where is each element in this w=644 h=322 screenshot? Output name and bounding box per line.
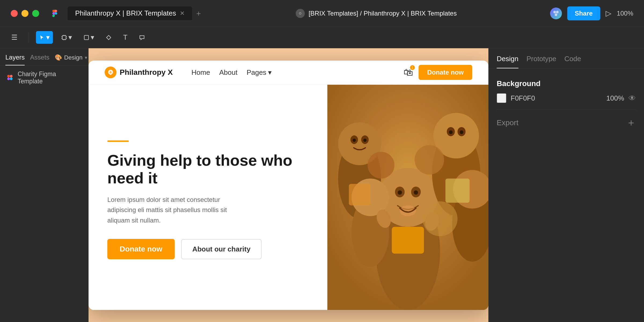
text-tool[interactable]: T	[120, 31, 131, 44]
tab-bar: Philanthropy X | BRIX Templates ✕ ＋	[68, 6, 202, 20]
assets-tab[interactable]: Assets	[30, 54, 49, 65]
svg-point-13	[7, 75, 10, 77]
hero-photo-svg	[327, 85, 488, 310]
pages-chevron: ▾	[268, 68, 272, 77]
cart-container: 🛍 1	[404, 67, 413, 78]
right-panel: Design Prototype Code Background F0F0F0 …	[488, 48, 644, 322]
topbar-right: Share ▷ 100%	[550, 6, 633, 20]
svg-point-14	[10, 75, 13, 77]
left-panel: Layers Assets 🎨 Design ▾ Charity Figma T…	[0, 48, 89, 322]
design-canvas: Philanthropy X Home About Pages ▾ 🛍 1 Do…	[89, 61, 488, 310]
charity-hero-button[interactable]: About our charity	[181, 239, 262, 259]
user-avatar-icon: ○	[296, 9, 305, 18]
svg-rect-50	[327, 85, 488, 310]
layer-item-charity[interactable]: Charity Figma Template	[0, 66, 88, 90]
close-button[interactable]	[11, 10, 18, 17]
svg-point-16	[10, 77, 13, 80]
nav-about[interactable]: About	[219, 68, 237, 77]
figma-layers-icon	[6, 74, 14, 82]
export-add-button[interactable]: ＋	[626, 116, 636, 129]
right-panel-content: Background F0F0F0 100% 👁 Export ＋	[489, 69, 644, 137]
menu-button[interactable]: ☰	[8, 31, 21, 44]
breadcrumb-user: [BRIX Templates]	[309, 10, 358, 17]
pen-tool[interactable]	[103, 33, 115, 42]
cart-badge: 1	[410, 65, 415, 70]
canvas-area[interactable]: Philanthropy X Home About Pages ▾ 🛍 1 Do…	[89, 48, 488, 322]
background-color-row: F0F0F0 100% 👁	[497, 93, 636, 103]
play-button[interactable]: ▷	[606, 9, 612, 18]
shape-tool[interactable]: ▾	[80, 31, 97, 44]
breadcrumb-center: ○ [BRIX Templates] / Philanthropy X | BR…	[208, 9, 545, 18]
traffic-lights	[11, 10, 39, 17]
background-opacity-value[interactable]: 100%	[606, 94, 624, 102]
site-hero: Giving help to those who need it Lorem i…	[89, 85, 488, 310]
logo-text: Philanthropy X	[120, 68, 173, 77]
svg-point-2	[555, 13, 557, 16]
background-color-swatch[interactable]	[497, 93, 506, 103]
prototype-tab[interactable]: Prototype	[526, 55, 556, 68]
design-tab[interactable]: Design	[497, 55, 518, 68]
tab-close-icon[interactable]: ✕	[180, 10, 185, 17]
nav-right: 🛍 1 Donate now	[404, 65, 472, 80]
svg-point-0	[553, 11, 556, 13]
design-label: Design	[64, 54, 82, 61]
design-chevron: ▾	[85, 55, 87, 61]
minimize-button[interactable]	[21, 10, 28, 17]
export-label: Export	[497, 119, 518, 127]
shape-chevron: ▾	[91, 33, 94, 42]
select-tool[interactable]: ▾	[36, 31, 53, 44]
breadcrumb: [BRIX Templates] / Philanthropy X | BRIX…	[309, 10, 457, 17]
hero-subtitle: Lorem ipsum dolor sit amet consectetur a…	[107, 195, 247, 225]
collaborator-avatar	[550, 8, 562, 19]
site-nav: Philanthropy X Home About Pages ▾ 🛍 1 Do…	[89, 61, 488, 85]
main-layout: Layers Assets 🎨 Design ▾ Charity Figma T…	[0, 48, 644, 322]
site-logo: Philanthropy X	[105, 66, 173, 78]
active-tab[interactable]: Philanthropy X | BRIX Templates ✕	[68, 6, 192, 20]
hero-accent-line	[107, 140, 129, 142]
breadcrumb-project: Philanthropy X | BRIX Templates	[364, 10, 457, 17]
hero-buttons: Donate now About our charity	[107, 239, 309, 259]
section-divider	[497, 109, 636, 110]
svg-point-15	[7, 77, 10, 80]
tab-label: Philanthropy X | BRIX Templates	[75, 9, 176, 17]
right-panel-tabs: Design Prototype Code	[489, 48, 644, 69]
donate-hero-button[interactable]: Donate now	[107, 239, 175, 259]
toolbar: ☰ ▾ ▾ ▾ T	[0, 27, 644, 48]
left-panel-tabs: Layers Assets 🎨 Design ▾	[0, 48, 88, 66]
layers-tab[interactable]: Layers	[5, 54, 25, 65]
hero-title: Giving help to those who need it	[107, 151, 309, 187]
design-indicator: 🎨	[55, 54, 62, 61]
svg-rect-12	[84, 35, 89, 40]
nav-home[interactable]: Home	[192, 68, 210, 77]
layer-label: Charity Figma Template	[18, 71, 82, 85]
comment-tool[interactable]	[136, 33, 148, 42]
background-color-value[interactable]: F0F0F0	[511, 94, 602, 102]
donate-nav-button[interactable]: Donate now	[419, 65, 472, 80]
hero-image	[327, 85, 488, 310]
zoom-level[interactable]: 100%	[617, 10, 633, 17]
figma-icon	[50, 9, 60, 18]
code-tab[interactable]: Code	[564, 55, 581, 68]
background-section-title: Background	[497, 79, 636, 88]
hero-right	[327, 85, 488, 310]
select-chevron: ▾	[46, 33, 50, 42]
share-button[interactable]: Share	[567, 6, 600, 20]
visibility-eye-icon[interactable]: 👁	[628, 94, 636, 103]
export-row: Export ＋	[497, 116, 636, 129]
logo-icon	[105, 66, 116, 78]
site-nav-links: Home About Pages ▾	[192, 68, 272, 77]
frame-tool[interactable]: ▾	[58, 31, 75, 44]
svg-rect-3	[62, 36, 66, 39]
hero-left: Giving help to those who need it Lorem i…	[89, 85, 327, 310]
nav-pages[interactable]: Pages ▾	[247, 68, 272, 77]
new-tab-button[interactable]: ＋	[195, 8, 202, 18]
maximize-button[interactable]	[32, 10, 39, 17]
toolbar-separator	[28, 32, 28, 43]
top-bar: Philanthropy X | BRIX Templates ✕ ＋ ○ [B…	[0, 0, 644, 27]
frame-chevron: ▾	[68, 33, 72, 42]
breadcrumb-sep: /	[360, 10, 362, 17]
svg-point-1	[556, 11, 559, 13]
